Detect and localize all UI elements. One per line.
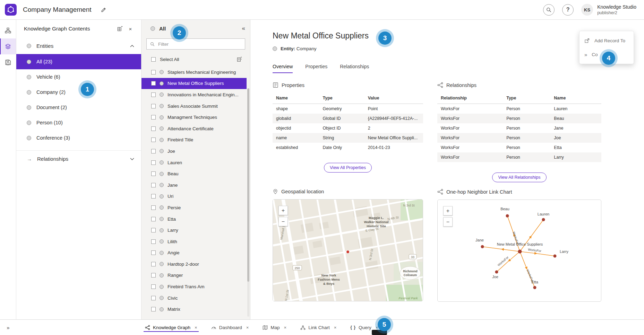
row-checkbox[interactable]	[151, 228, 156, 232]
rail-item-contents[interactable]	[0, 38, 16, 54]
entity-record-row[interactable]: Attendance Certificate	[141, 123, 247, 134]
select-all-row[interactable]: Select All	[141, 54, 250, 65]
entity-record-row[interactable]: Jane	[141, 179, 247, 191]
tab-relationships[interactable]: Relationships	[340, 64, 369, 73]
relationship-link[interactable]: WorksFor	[437, 143, 503, 152]
relationships-section-header[interactable]: → Relationships	[16, 150, 141, 167]
tab-properties[interactable]: Properties	[305, 64, 327, 73]
chart-zoom-out-button[interactable]: −	[443, 217, 453, 227]
close-tab-icon[interactable]: ×	[334, 325, 337, 330]
rail-item-data-model[interactable]	[0, 23, 16, 38]
entity-type-row[interactable]: Vehicle (6)	[16, 69, 141, 85]
entity-record-row[interactable]: Staplers Mechanical Engineering	[141, 67, 247, 78]
graph-node[interactable]	[542, 218, 545, 221]
row-checkbox[interactable]	[151, 70, 156, 74]
row-checkbox[interactable]	[151, 239, 156, 244]
collapse-panel-button[interactable]: «	[242, 25, 245, 32]
close-tab-icon[interactable]: ×	[246, 325, 249, 330]
graph-node[interactable]	[481, 245, 484, 248]
help-button[interactable]: ?	[562, 4, 574, 16]
row-checkbox[interactable]	[151, 307, 156, 311]
entity-record-row[interactable]: New Metal Office Suppliers	[141, 78, 247, 89]
view-all-relationships-button[interactable]: View All Relationships	[492, 173, 546, 182]
tab-knowledge-graph[interactable]: Knowledge Graph ×	[145, 320, 197, 335]
entity-record-row[interactable]: Larry	[141, 224, 247, 236]
entity-record-row[interactable]: Angie	[141, 247, 247, 259]
tab-link-chart[interactable]: Link Chart ×	[300, 320, 336, 335]
map-zoom-out-button[interactable]: −	[278, 217, 288, 226]
entities-section-header[interactable]: Entities	[16, 38, 141, 54]
rail-item-save[interactable]	[0, 54, 16, 70]
row-checkbox[interactable]	[151, 296, 156, 300]
chart-zoom-in-button[interactable]: +	[443, 206, 453, 215]
relationship-link[interactable]: WorksFor	[437, 114, 503, 123]
entity-record-row[interactable]: Managment Techniques	[141, 112, 247, 123]
graph-node[interactable]	[553, 255, 557, 258]
related-entity-link[interactable]: Jane	[550, 123, 601, 133]
entity-record-row[interactable]: Innovations in Mechanical Engin...	[141, 89, 247, 100]
search-button[interactable]	[543, 4, 555, 16]
related-entity-link[interactable]: Larry	[550, 152, 601, 162]
entity-record-row[interactable]: Matrix	[141, 303, 247, 315]
entity-type-row[interactable]: Document (2)	[16, 100, 141, 115]
tab-overview[interactable]: Overview	[273, 64, 293, 73]
row-checkbox[interactable]	[151, 250, 156, 255]
related-entity-link[interactable]: Joe	[550, 133, 601, 143]
relationship-link[interactable]: WorksFor	[437, 104, 503, 114]
relationship-link[interactable]: WorksFor	[437, 123, 503, 133]
relationship-link[interactable]: WorksFor	[437, 133, 503, 143]
edit-title-button[interactable]	[101, 7, 106, 13]
entity-type-row[interactable]: Conference (3)	[16, 130, 141, 146]
filter-input[interactable]	[157, 41, 241, 47]
row-checkbox[interactable]	[151, 149, 156, 153]
row-checkbox[interactable]	[151, 115, 156, 120]
entity-record-row[interactable]: Civic	[141, 292, 247, 304]
row-checkbox[interactable]	[151, 273, 156, 277]
entity-record-row[interactable]: Uri	[141, 191, 247, 202]
close-contents-panel-button[interactable]: ×	[125, 24, 136, 34]
row-checkbox[interactable]	[151, 205, 156, 210]
graph-node[interactable]	[495, 271, 498, 274]
menu-item-add-record-to[interactable]: Add Record To	[579, 34, 634, 47]
entity-record-row[interactable]: Hardtop 2-door	[141, 258, 247, 270]
view-all-properties-button[interactable]: View All Properties	[324, 163, 372, 173]
row-checkbox[interactable]	[151, 138, 156, 142]
expand-bottom-panel-button[interactable]: »	[0, 325, 16, 330]
row-checkbox[interactable]	[151, 126, 156, 131]
row-checkbox[interactable]	[151, 171, 156, 176]
graph-node[interactable]	[506, 214, 509, 218]
entity-record-row[interactable]: Persie	[141, 202, 247, 213]
tab-map[interactable]: Map ×	[263, 320, 286, 335]
scrollbar-thumb[interactable]	[247, 88, 249, 282]
map-view[interactable]: N 3rd St N 4th St N 3rd St E Clay St Mar…	[273, 199, 423, 301]
entity-type-row[interactable]: Person (10)	[16, 115, 141, 130]
center-node[interactable]	[518, 250, 522, 254]
entity-record-row[interactable]: Joe	[141, 146, 247, 157]
row-checkbox[interactable]	[151, 81, 156, 86]
row-checkbox[interactable]	[151, 183, 156, 187]
related-entity-link[interactable]: Lauren	[550, 104, 601, 114]
graph-node[interactable]	[533, 286, 536, 289]
link-chart-view[interactable]: WorksFor WorksFor WorksFor WorksFor	[437, 200, 601, 302]
tab-dashboard[interactable]: Dashboard ×	[211, 320, 249, 335]
entity-record-row[interactable]: Sales Associate Summit	[141, 100, 247, 112]
user-avatar[interactable]: KS	[581, 4, 593, 16]
row-checkbox[interactable]	[151, 104, 156, 108]
entity-record-row[interactable]: Beau	[141, 168, 247, 179]
entity-record-row[interactable]: Lauren	[141, 157, 247, 168]
row-checkbox[interactable]	[151, 217, 156, 221]
relationship-link[interactable]: WorksFor	[437, 152, 503, 162]
entity-record-row[interactable]: Firebird Trans Am	[141, 281, 247, 292]
close-tab-icon[interactable]: ×	[195, 325, 197, 330]
row-checkbox[interactable]	[151, 262, 156, 266]
row-checkbox[interactable]	[151, 160, 156, 165]
entity-record-row[interactable]: Firebird Title	[141, 134, 247, 146]
add-panel-button[interactable]	[115, 24, 125, 34]
related-entity-link[interactable]: Beau	[550, 114, 601, 123]
entity-record-row[interactable]: Etta	[141, 213, 247, 225]
entity-record-row[interactable]: Ranger	[141, 270, 247, 281]
row-checkbox[interactable]	[151, 194, 156, 199]
row-checkbox[interactable]	[151, 92, 156, 97]
map-zoom-in-button[interactable]: +	[278, 206, 288, 215]
entity-type-row[interactable]: All (23)	[16, 54, 141, 69]
